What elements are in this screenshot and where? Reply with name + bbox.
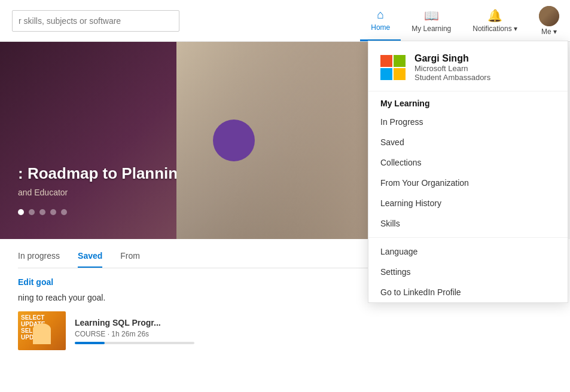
nav-notifications-label: Notifications ▾ bbox=[473, 24, 517, 33]
tab-in-progress[interactable]: In progress bbox=[18, 251, 60, 268]
hero-dot-3[interactable] bbox=[39, 209, 45, 215]
hero-image bbox=[176, 42, 368, 239]
avatar bbox=[539, 6, 559, 26]
dropdown-panel: Gargi Singh Microsoft Learn Student Amba… bbox=[368, 41, 568, 303]
dropdown-item-settings[interactable]: Settings bbox=[368, 262, 568, 282]
progress-bar bbox=[75, 342, 194, 344]
nav-home[interactable]: ⌂ Home bbox=[360, 0, 401, 41]
hero-dot-5[interactable] bbox=[61, 209, 67, 215]
home-icon: ⌂ bbox=[377, 8, 384, 22]
hero-dot-4[interactable] bbox=[50, 209, 56, 215]
dropdown-item-skills[interactable]: Skills bbox=[368, 213, 568, 234]
chevron-down-icon-me: ▾ bbox=[553, 27, 557, 36]
ms-logo-yellow bbox=[394, 68, 406, 80]
course-title: Learning SQL Progr... bbox=[75, 318, 194, 327]
dropdown-divider bbox=[368, 237, 568, 238]
dropdown-item-linkedin[interactable]: Go to LinkedIn Profile bbox=[368, 282, 568, 302]
user-name: Gargi Singh bbox=[414, 53, 490, 64]
hero-section: : Roadmap to Planning and Educator bbox=[0, 42, 368, 239]
search-container bbox=[12, 10, 179, 32]
dropdown-header: Gargi Singh Microsoft Learn Student Amba… bbox=[368, 41, 568, 91]
dropdown-item-language[interactable]: Language bbox=[368, 241, 568, 262]
course-meta: COURSE · 1h 26m 26s bbox=[75, 330, 194, 338]
dropdown-section-title: My Learning bbox=[368, 91, 568, 112]
course-card: SELECTUPDATESELECTUPDATE Learning SQL Pr… bbox=[18, 311, 552, 350]
nav-me[interactable]: Me ▾ bbox=[528, 0, 570, 41]
hero-dot-1[interactable] bbox=[18, 209, 24, 215]
tab-from[interactable]: From bbox=[120, 251, 140, 268]
purple-circle-decoration bbox=[213, 120, 255, 161]
db-cylinder-icon bbox=[33, 323, 51, 344]
bell-icon: 🔔 bbox=[487, 8, 502, 23]
tab-saved[interactable]: Saved bbox=[78, 251, 102, 268]
header-nav: ⌂ Home 📖 My Learning 🔔 Notifications ▾ M… bbox=[360, 0, 570, 41]
nav-my-learning-label: My Learning bbox=[412, 24, 451, 33]
course-duration: 1h 26m 26s bbox=[111, 330, 149, 338]
hero-dot-2[interactable] bbox=[29, 209, 35, 215]
chevron-down-icon: ▾ bbox=[514, 24, 517, 33]
progress-bar-fill bbox=[75, 342, 105, 344]
search-input[interactable] bbox=[12, 10, 179, 32]
ms-logo-blue bbox=[380, 68, 392, 80]
ms-logo-green bbox=[394, 55, 406, 67]
course-thumbnail: SELECTUPDATESELECTUPDATE bbox=[18, 311, 66, 350]
dropdown-item-collections[interactable]: Collections bbox=[368, 152, 568, 173]
dropdown-item-learning-history[interactable]: Learning History bbox=[368, 193, 568, 213]
ms-logo-red bbox=[380, 55, 392, 67]
nav-me-label: Me ▾ bbox=[541, 27, 557, 36]
nav-home-label: Home bbox=[371, 23, 390, 32]
dropdown-item-from-org[interactable]: From Your Organization bbox=[368, 173, 568, 193]
course-info: Learning SQL Progr... COURSE · 1h 26m 26… bbox=[75, 318, 194, 344]
nav-my-learning[interactable]: 📖 My Learning bbox=[401, 0, 462, 41]
header: ⌂ Home 📖 My Learning 🔔 Notifications ▾ M… bbox=[0, 0, 570, 42]
microsoft-logo bbox=[380, 55, 406, 80]
dropdown-item-saved[interactable]: Saved bbox=[368, 132, 568, 152]
book-icon: 📖 bbox=[424, 8, 439, 23]
dropdown-item-in-progress[interactable]: In Progress bbox=[368, 112, 568, 132]
course-type: COURSE bbox=[75, 330, 105, 338]
nav-notifications[interactable]: 🔔 Notifications ▾ bbox=[462, 0, 528, 41]
user-role: Microsoft Learn Student Ambassadors bbox=[414, 64, 490, 82]
user-info: Gargi Singh Microsoft Learn Student Amba… bbox=[414, 53, 490, 82]
